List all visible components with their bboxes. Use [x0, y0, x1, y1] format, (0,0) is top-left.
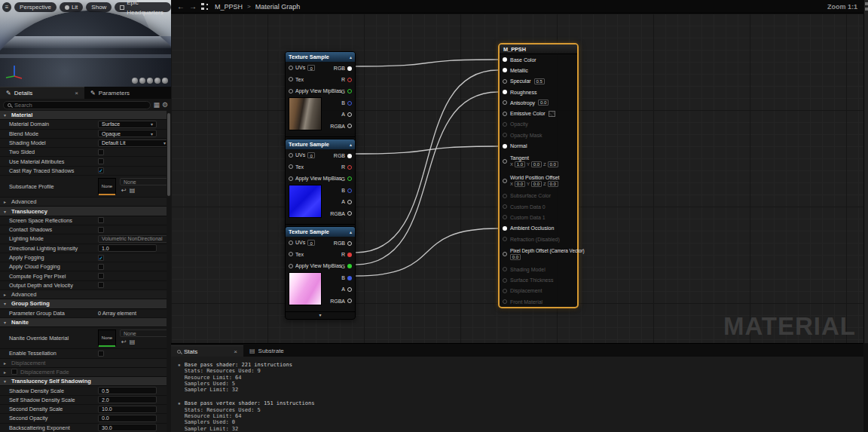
result-pin[interactable] — [503, 278, 507, 283]
vector-value[interactable]: 0.0 — [548, 161, 558, 167]
result-pin[interactable] — [503, 79, 507, 84]
output-pin-r[interactable] — [347, 253, 352, 257]
viewport-button-perspective[interactable]: Perspective — [14, 2, 57, 12]
input-pin[interactable] — [289, 164, 293, 169]
vector-value[interactable]: 0.0 — [515, 181, 525, 187]
node-expander-icon[interactable]: ▾ — [286, 311, 355, 319]
dropdown-lighting-mode[interactable]: Volumetric NonDirectional▾ — [98, 235, 167, 243]
output-pin-rgb[interactable] — [347, 66, 352, 71]
texture-sample-node[interactable]: Texture Sample▴UVs0TexApply View MipBias… — [285, 51, 356, 145]
result-pin[interactable] — [503, 237, 507, 241]
asset-thumbnail[interactable]: None — [98, 178, 116, 195]
uvs-value[interactable]: 0 — [307, 240, 315, 246]
output-pin-g[interactable] — [347, 176, 352, 181]
asset-dropdown[interactable]: None▾ — [120, 178, 167, 185]
dropdown-shading-model[interactable]: Default Lit▾ — [98, 139, 167, 147]
section-header-material[interactable]: ▾Material — [0, 111, 167, 120]
output-pin-a[interactable] — [347, 200, 352, 204]
browse-to-asset-icon[interactable]: ▤ — [130, 339, 136, 345]
viewport-button-lit[interactable]: Lit — [60, 2, 83, 12]
checkbox-cast-ray-traced-shadows[interactable]: ✓ — [98, 167, 104, 173]
output-pin-a[interactable] — [347, 287, 352, 292]
result-pin[interactable] — [503, 159, 507, 164]
emissive-color-swatch[interactable] — [549, 111, 555, 117]
preview-shape-sphere-icon[interactable] — [139, 78, 145, 84]
display-filter-icon[interactable]: ▦ — [153, 99, 160, 111]
pin-default-value[interactable]: 0.0 — [510, 254, 521, 260]
checkbox-two-sided[interactable] — [98, 149, 104, 155]
input-pin[interactable] — [289, 176, 293, 181]
dropdown-blend-mode[interactable]: Opaque▾ — [98, 130, 157, 137]
result-pin[interactable] — [503, 144, 507, 149]
viewport-3d-preview[interactable]: ≡ PerspectiveLitShowEpic Headquarters — [0, 0, 171, 87]
output-pin-g[interactable] — [347, 89, 352, 93]
output-pin-r[interactable] — [347, 165, 352, 170]
number-field[interactable]: 0.0 — [98, 415, 157, 422]
chevron-up-icon[interactable]: ▴ — [350, 54, 352, 60]
collapsed-palette-strip[interactable] — [863, 0, 868, 343]
use-selected-icon[interactable]: ↩ — [121, 339, 127, 345]
checkbox-use-material-attributes[interactable] — [98, 158, 104, 164]
result-pin[interactable] — [503, 122, 507, 127]
result-pin[interactable] — [503, 226, 507, 231]
preview-shape-mesh-icon[interactable] — [162, 78, 168, 84]
section-header-translucency[interactable]: ▾Translucency — [0, 207, 167, 216]
output-pin-a[interactable] — [347, 112, 352, 117]
checkbox[interactable] — [11, 369, 17, 375]
back-arrow-icon[interactable]: ← — [177, 2, 185, 11]
tab-parameters[interactable]: ✎ Parameters — [84, 87, 136, 99]
node-header[interactable]: Texture Sample▴ — [286, 227, 355, 237]
output-pin-rgba[interactable] — [347, 299, 352, 303]
material-result-node[interactable]: M_PPSHBase ColorMetallicSpecular0.5Rough… — [498, 43, 579, 308]
vector-value[interactable]: 0.0 — [531, 161, 542, 167]
preview-shape-cube-icon[interactable] — [154, 78, 160, 84]
preview-shape-cylinder-icon[interactable] — [132, 78, 138, 84]
result-pin[interactable] — [503, 299, 507, 304]
search-input[interactable]: Search — [3, 101, 151, 109]
result-pin[interactable] — [503, 267, 507, 271]
input-pin[interactable] — [289, 264, 293, 268]
tab-substrate[interactable]: ▤ Substrate — [243, 345, 290, 357]
output-pin-g[interactable] — [347, 264, 352, 268]
checkbox-apply-fogging[interactable]: ✓ — [98, 255, 104, 261]
result-pin[interactable] — [503, 112, 507, 116]
input-pin[interactable] — [289, 241, 293, 245]
node-header[interactable]: Texture Sample▴ — [286, 139, 355, 149]
result-pin[interactable] — [503, 194, 507, 198]
output-pin-b[interactable] — [347, 101, 352, 106]
uvs-value[interactable]: 0 — [307, 65, 315, 71]
tab-details[interactable]: ✎ Details × — [0, 87, 84, 99]
result-pin[interactable] — [503, 252, 507, 256]
input-pin[interactable] — [289, 89, 293, 93]
number-field[interactable]: 2.0 — [98, 396, 157, 403]
result-pin[interactable] — [503, 179, 507, 183]
uvs-value[interactable]: 0 — [307, 152, 315, 158]
result-pin[interactable] — [503, 204, 507, 209]
output-pin-r[interactable] — [347, 78, 352, 82]
output-pin-rgba[interactable] — [347, 211, 352, 216]
result-pin[interactable] — [503, 68, 507, 72]
output-pin-rgb[interactable] — [347, 154, 352, 158]
checkbox-apply-cloud-fogging[interactable] — [98, 264, 104, 270]
section-header-translucency-self-shadowing[interactable]: ▾Translucency Self Shadowing — [0, 377, 167, 386]
asset-thumbnail[interactable]: None — [98, 329, 116, 346]
dropdown-material-domain[interactable]: Surface▾ — [98, 121, 157, 128]
vector-value[interactable]: 1.0 — [515, 161, 525, 167]
viewport-button-show[interactable]: Show — [86, 2, 112, 12]
number-field[interactable]: 30.0 — [98, 424, 157, 431]
node-header[interactable]: Texture Sample▴ — [286, 52, 355, 62]
checkbox-contact-shadows[interactable] — [98, 227, 104, 233]
vector-value[interactable]: 0.0 — [548, 181, 558, 187]
viewport-menu-icon[interactable]: ≡ — [2, 2, 11, 12]
output-pin-rgba[interactable] — [347, 124, 352, 128]
number-field[interactable]: 1.0 — [98, 244, 157, 252]
section-header-nanite[interactable]: ▾Nanite — [0, 318, 167, 327]
tab-stats[interactable]: Stats × — [171, 345, 243, 357]
details-scrollbar[interactable] — [167, 113, 170, 196]
checkbox-output-depth-and-velocity[interactable] — [98, 282, 104, 288]
vector-value[interactable]: 0.0 — [531, 181, 542, 187]
browse-to-asset-icon[interactable]: ▤ — [130, 187, 136, 194]
subsection-displacement-fade[interactable]: ▸Displacement Fade — [0, 368, 167, 377]
use-selected-icon[interactable]: ↩ — [121, 187, 127, 194]
output-pin-b[interactable] — [347, 276, 352, 280]
